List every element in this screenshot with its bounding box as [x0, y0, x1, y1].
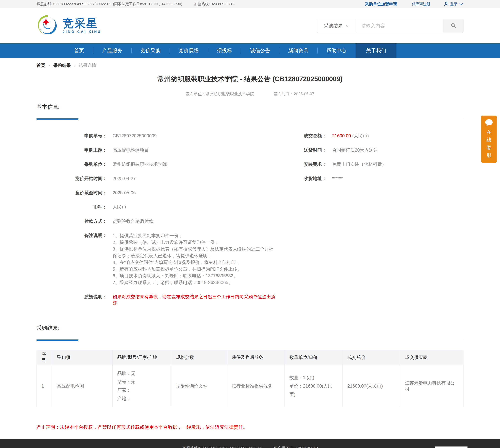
- header: 竞采星 JING CAI XING 采购结果: [0, 8, 500, 43]
- table-row: 1 高压配电检测 品牌：无 型号：无 厂家： 产地： 见附件询价文件 按行业标准…: [37, 365, 464, 407]
- col-total: 成交总价: [343, 350, 400, 365]
- nav-item-integrity-notice[interactable]: 诚信公告: [241, 43, 279, 58]
- chevron-down-icon: [346, 23, 349, 29]
- col-spec: 规格参数: [171, 350, 227, 365]
- col-brand: 品牌/型号/厂家/产地: [113, 350, 171, 365]
- brand-logo-icon: [36, 14, 59, 37]
- login-link[interactable]: 登录: [444, 1, 464, 7]
- search-input[interactable]: [356, 19, 444, 33]
- field-dispute: 质疑说明： 如果对成交结果有异议，请在发布成交结果之日起三个工作日内向采购单位提…: [36, 294, 276, 307]
- nav-item-about[interactable]: 关于我们: [356, 43, 397, 58]
- online-service-char: 在: [481, 128, 497, 136]
- brand-name: 竞采星: [63, 18, 101, 29]
- col-supplier: 成交供应商: [400, 350, 464, 365]
- cell-item: 高压配电检测: [52, 365, 113, 407]
- field-currency: 币种： 人民币: [36, 204, 276, 210]
- dispute-text: 如果对成交结果有异议，请在发布成交结果之日起三个工作日内向采购单位提出质疑: [113, 294, 276, 307]
- join-hotline: 加盟热线: 020-80922713: [194, 1, 234, 7]
- nav-item-news[interactable]: 新闻资讯: [279, 43, 317, 58]
- nav-item-bidding-purchase[interactable]: 竞价采购: [131, 43, 169, 58]
- user-icon: [444, 1, 449, 7]
- basic-info-heading: 基本信息:: [36, 103, 464, 111]
- result-heading: 采购结果:: [36, 324, 464, 332]
- nav-item-products[interactable]: 产品服务: [93, 43, 131, 58]
- field-bid-end: 竞价截至时间： 2025-05-06: [36, 190, 276, 196]
- online-service-char: 客: [481, 144, 497, 151]
- qr-code: [435, 447, 467, 448]
- field-install-req: 安装要求： 免费上门安装（含材料费）: [276, 161, 464, 168]
- remark-line: 7、采购经办联系人：丁老师；联系电话：0519-86336065。: [113, 279, 276, 286]
- chat-bubble-icon: [481, 119, 497, 127]
- nav-item-tenders[interactable]: 招投标: [208, 43, 241, 58]
- publisher: 发布单位：常州纺织服装职业技术学院: [186, 92, 254, 96]
- breadcrumb-current: 结果详情: [79, 63, 96, 68]
- remark-line: 3、提供投标单位为投标代表（如有授权代理人）及法定代表人缴纳的近三个月社保记录；…: [113, 246, 276, 259]
- publish-info: 发布单位：常州纺织服装职业技术学院 发布时间：2025-05-07: [0, 91, 500, 97]
- publish-time: 发布时间：2025-05-07: [274, 92, 314, 96]
- total-amount-link[interactable]: 21600.00: [332, 133, 351, 138]
- cell-spec: 见附件询价文件: [171, 365, 227, 407]
- remark-line: 6、项目技术负责联系人：刘老师；联系电话：13776895882。: [113, 272, 276, 279]
- breadcrumb: 首页 › 采购结果 › 结果详情: [36, 63, 464, 68]
- breadcrumb-results[interactable]: 采购结果: [53, 63, 71, 68]
- footer: 客服热线:020-80922370/80922307/80922371客户服务Q…: [0, 439, 500, 448]
- field-delivery-time: 送货时间： 合同签订后20天内送达: [276, 147, 464, 153]
- search-category-label: 采购结果: [324, 23, 343, 29]
- legal-statement: 严正声明：未经本平台授权，严禁以任何形式转载或使用本平台数据，一经发现，依法追究…: [36, 424, 464, 431]
- nav-item-home[interactable]: 首页: [65, 43, 93, 58]
- online-service-char: 线: [481, 136, 497, 144]
- field-bid-start: 竞价开始时间： 2025-04-27: [36, 175, 276, 182]
- field-payment: 付款方式： 货到验收合格后付款: [36, 218, 276, 224]
- field-order-no: 申购单号： CB128072025000009: [36, 133, 276, 139]
- footer-qq: 客户服务QQ: 800180619: [273, 446, 318, 448]
- remark-line: 2、提供承装（修、试）电力设施许可证复印件一份；: [113, 239, 276, 246]
- online-service-widget[interactable]: 在 线 客 服: [481, 115, 497, 163]
- cell-brand: 品牌：无 型号：无 厂家： 产地：: [113, 365, 171, 407]
- total-amount-currency: (人民币): [351, 133, 369, 138]
- online-service-char: 服: [481, 151, 497, 159]
- main-nav: 首页 产品服务 竞价采购 竞价展场 招投标 诚信公告 新闻资讯 帮助中心 关于我…: [0, 43, 500, 58]
- col-qty-price: 数量单位/单价: [284, 350, 343, 365]
- field-purchaser: 采购单位： 常州纺织服装职业技术学院: [36, 161, 276, 168]
- section-divider: [36, 340, 464, 340]
- nav-item-help[interactable]: 帮助中心: [317, 43, 356, 58]
- col-item: 采购项: [52, 350, 113, 365]
- topbar: 客服热线: 020-80922370/80922307/80922371 (国家…: [0, 0, 500, 8]
- cell-no: 1: [37, 365, 52, 407]
- cell-qty-price: 数量：1 (项) 单价：21600.00(人民币): [284, 365, 343, 407]
- cell-supplier: 江苏港源电力科技有限公司: [400, 365, 464, 407]
- search-icon: [450, 22, 457, 29]
- search-button[interactable]: [444, 19, 463, 33]
- cell-warranty: 按行业标准提供服务: [227, 365, 284, 407]
- breadcrumb-separator: ›: [49, 63, 50, 68]
- search-bar: 采购结果: [317, 19, 464, 33]
- cell-total: 21600.00(人民币): [343, 365, 400, 407]
- footer-hotline: 客服热线:020-80922370/80922307/80922371: [182, 446, 263, 448]
- table-header-row: 序号 采购项 品牌/型号/厂家/产地 规格参数 质保及售后服务 数量单位/单价 …: [37, 350, 464, 365]
- col-warranty: 质保及售后服务: [227, 350, 284, 365]
- search-category-dropdown[interactable]: 采购结果: [317, 19, 356, 33]
- remark-line: 1、提供营业执照副本复印件一份；: [113, 232, 276, 239]
- supplier-register-link[interactable]: 供应商注册: [412, 1, 430, 7]
- col-no: 序号: [37, 350, 52, 365]
- breadcrumb-home[interactable]: 首页: [36, 63, 45, 68]
- field-delivery-address: 收货地址： ******: [276, 175, 464, 182]
- field-remarks: 备注说明： 1、提供营业执照副本复印件一份； 2、提供承装（修、试）电力设施许可…: [36, 232, 276, 286]
- nav-item-bidding-hall[interactable]: 竞价展场: [169, 43, 208, 58]
- chevron-down-icon: [459, 3, 464, 5]
- purchaser-join-link[interactable]: 采购单位加盟申请: [365, 1, 397, 7]
- remark-line: 5、所有响应材料均加盖投标单位公章，并扫描为PDF文件上传。: [113, 266, 276, 272]
- breadcrumb-separator: ›: [74, 63, 75, 68]
- remark-line: 4、在“响应文件附件”内填写响应情况及报价，将材料全部打印；: [113, 259, 276, 266]
- field-subject: 申购主题： 高压配电检测项目: [36, 147, 276, 153]
- login-label: 登录: [450, 1, 457, 7]
- service-hotline: 客服热线: 020-80922370/80922307/80922371 (国家…: [36, 1, 182, 7]
- brand-logo[interactable]: 竞采星 JING CAI XING: [36, 14, 101, 37]
- page-title: 常州纺织服装职业技术学院 - 结果公告 (CB128072025000009): [0, 74, 500, 84]
- field-total-amount: 成交总额： 21600.00 (人民币): [276, 133, 464, 139]
- brand-subtitle: JING CAI XING: [63, 30, 101, 34]
- result-table: 序号 采购项 品牌/型号/厂家/产地 规格参数 质保及售后服务 数量单位/单价 …: [36, 350, 464, 407]
